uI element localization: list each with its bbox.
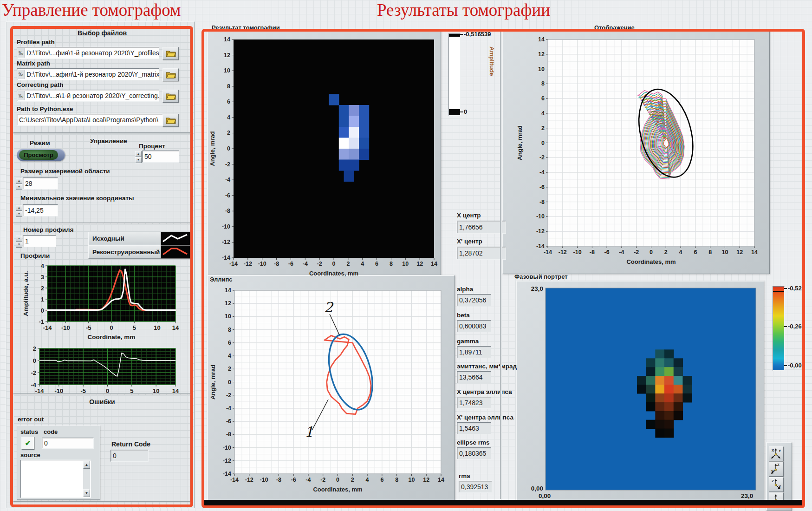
mapping-graph: -14-12-10-8-6-4-20246810121414121086420-…: [503, 31, 768, 273]
svg-text:-4: -4: [31, 381, 36, 388]
svg-text:-8: -8: [590, 249, 595, 256]
svg-text:-6: -6: [225, 192, 230, 199]
phase-portrait-graph: [517, 282, 762, 501]
svg-text:-14: -14: [536, 243, 545, 249]
svg-text:-6: -6: [539, 184, 545, 190]
svg-text:Angle, mrad: Angle, mrad: [209, 365, 216, 400]
svg-text:0: 0: [332, 261, 336, 267]
svg-text:14: 14: [431, 261, 437, 267]
svg-text:Coordinate, mm: Coordinate, mm: [88, 334, 136, 341]
svg-text:12: 12: [423, 477, 429, 483]
svg-text:-2: -2: [539, 154, 545, 161]
svg-text:-12: -12: [244, 261, 252, 267]
svg-text:-4: -4: [225, 177, 230, 183]
svg-text:-8: -8: [226, 431, 231, 438]
svg-text:2: 2: [351, 477, 354, 483]
app-window: Управление томографом Результаты томогра…: [0, 0, 812, 511]
svg-text:8: 8: [390, 261, 393, 267]
svg-text:2: 2: [664, 249, 668, 256]
svg-text:-2: -2: [225, 161, 230, 168]
svg-text:2: 2: [41, 285, 44, 292]
svg-text:14: 14: [172, 324, 179, 331]
svg-text:-10: -10: [260, 477, 268, 483]
svg-text:6: 6: [694, 249, 697, 256]
svg-text:3: 3: [41, 274, 44, 281]
svg-text:-10: -10: [61, 324, 70, 331]
svg-text:-1: -1: [39, 318, 44, 325]
svg-text:-10: -10: [573, 249, 582, 256]
svg-text:0: 0: [228, 379, 231, 386]
svg-text:14: 14: [538, 36, 545, 43]
svg-text:-8: -8: [225, 208, 230, 214]
svg-text:4: 4: [228, 353, 231, 359]
svg-text:-6: -6: [291, 477, 296, 483]
plots-layer: -14-10-505101443210-1Coordinate, mmAmpli…: [0, 0, 812, 511]
svg-text:4: 4: [541, 110, 545, 117]
svg-text:2: 2: [227, 130, 230, 136]
svg-text:8: 8: [228, 327, 231, 333]
svg-text:-10: -10: [54, 387, 63, 394]
residual-graph: -14-10-505101420-2-4: [14, 343, 177, 397]
panel-divider: [500, 31, 502, 499]
svg-text:10: 10: [408, 477, 415, 483]
svg-text:6: 6: [227, 98, 230, 105]
svg-text:14: 14: [224, 36, 230, 43]
svg-text:-14: -14: [229, 261, 238, 267]
svg-text:-12: -12: [222, 239, 230, 245]
window-bottom-bar: [204, 500, 802, 506]
svg-text:14: 14: [172, 387, 179, 394]
svg-text:-2: -2: [317, 261, 322, 267]
svg-text:Amplitude, a.u.: Amplitude, a.u.: [22, 271, 29, 316]
svg-text:2: 2: [324, 299, 334, 315]
svg-text:Angle, mrad: Angle, mrad: [209, 131, 216, 166]
svg-text:-10: -10: [536, 213, 545, 220]
svg-text:-4: -4: [303, 261, 308, 267]
svg-text:2: 2: [228, 366, 231, 372]
svg-text:-10: -10: [258, 261, 266, 267]
svg-text:4: 4: [361, 261, 364, 267]
svg-text:10: 10: [225, 313, 231, 320]
profiles-graph: -14-10-505101443210-1Coordinate, mmAmpli…: [14, 258, 177, 340]
svg-text:0: 0: [41, 307, 44, 314]
svg-text:-10: -10: [223, 445, 231, 451]
svg-text:-12: -12: [536, 228, 545, 235]
svg-text:-6: -6: [288, 261, 293, 267]
svg-text:-2: -2: [320, 477, 325, 483]
svg-text:-5: -5: [86, 324, 91, 331]
svg-text:-4: -4: [619, 249, 624, 256]
svg-text:-14: -14: [544, 249, 552, 256]
svg-text:2: 2: [346, 261, 350, 267]
svg-text:-4: -4: [226, 405, 231, 412]
svg-text:Angle, mrad: Angle, mrad: [516, 125, 523, 160]
svg-text:12: 12: [538, 51, 545, 58]
svg-text:4: 4: [41, 262, 45, 269]
svg-text:0: 0: [227, 145, 230, 152]
svg-text:-4: -4: [305, 477, 311, 483]
svg-text:4: 4: [366, 477, 369, 483]
svg-text:Coordinates, mm: Coordinates, mm: [626, 258, 676, 265]
svg-text:-6: -6: [604, 249, 610, 256]
svg-text:-8: -8: [276, 477, 281, 483]
svg-text:12: 12: [416, 261, 423, 267]
svg-text:-2: -2: [634, 249, 639, 256]
tomography-result-graph: -14-12-10-8-6-4-20246810121414121086420-…: [208, 31, 439, 284]
svg-text:-6: -6: [226, 418, 231, 425]
svg-text:6: 6: [228, 340, 231, 346]
svg-text:-2: -2: [31, 369, 36, 376]
svg-text:2: 2: [33, 345, 36, 352]
svg-text:-12: -12: [223, 458, 231, 464]
svg-text:1: 1: [305, 424, 313, 440]
svg-text:0: 0: [110, 324, 113, 331]
svg-text:6: 6: [380, 477, 383, 483]
svg-text:10: 10: [721, 249, 728, 256]
svg-text:0: 0: [106, 387, 109, 394]
svg-text:-14: -14: [35, 387, 45, 394]
svg-text:12: 12: [224, 52, 230, 59]
svg-text:-8: -8: [274, 261, 279, 267]
svg-text:6: 6: [541, 95, 545, 102]
svg-text:-5: -5: [80, 387, 86, 394]
svg-text:8: 8: [227, 83, 230, 90]
svg-text:-14: -14: [230, 477, 239, 483]
ellipse-graph: -14-12-10-8-6-4-20246810121414121086420-…: [208, 282, 453, 500]
svg-text:-4: -4: [539, 169, 545, 176]
